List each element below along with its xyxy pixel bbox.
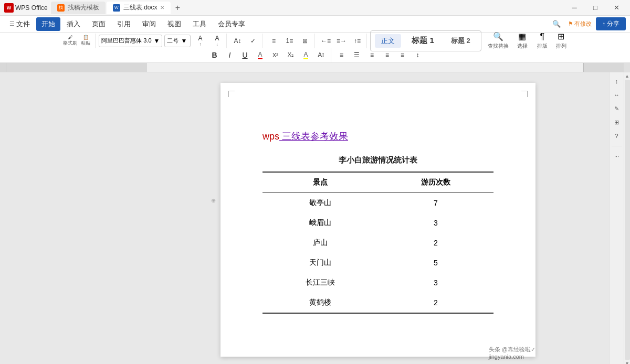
share-icon: ↑ xyxy=(602,20,605,28)
heading-wps-text: wps xyxy=(262,131,279,142)
style-title2-button[interactable]: 标题 2 xyxy=(445,34,477,48)
content-area[interactable]: ⊕ wps 三线表参考效果 李小白旅游情况统计表 景点 游历次数 xyxy=(147,72,609,364)
find-replace-button[interactable]: 🔍 查找替换 xyxy=(485,30,512,51)
close-button[interactable]: ✕ xyxy=(607,1,626,15)
paste-button[interactable]: 📋 粘贴 xyxy=(78,34,93,48)
modify-badge[interactable]: ⚑ 有修改 xyxy=(568,20,592,28)
right-tool-comment[interactable]: ✎ xyxy=(611,103,623,114)
menu-page[interactable]: 页面 xyxy=(87,17,111,31)
col-header-count: 游历次数 xyxy=(378,172,494,193)
place-2: 峨眉山 xyxy=(262,213,378,233)
menu-file-icon: ☰ xyxy=(9,20,15,27)
scroll-up-button[interactable]: ▲ xyxy=(625,73,630,79)
menu-insert[interactable]: 插入 xyxy=(61,17,86,31)
align-right-button[interactable]: ≡ xyxy=(365,48,380,62)
style-normal-button[interactable]: 正文 xyxy=(375,34,401,48)
right-actions: ⚑ 有修改 ↑ 分享 xyxy=(568,17,626,30)
page-corner-tr xyxy=(521,91,528,97)
menu-ref[interactable]: 引用 xyxy=(112,17,136,31)
decrease-font-button[interactable]: A↓ xyxy=(209,34,224,48)
title-bar: W WPS Office 找 找稿壳模板 W 三线表.docx ✕ + ─ □ … xyxy=(0,0,630,16)
menu-member[interactable]: 会员专享 xyxy=(213,17,250,31)
minimize-button[interactable]: ─ xyxy=(565,1,584,15)
tab-doc-icon: W xyxy=(113,4,120,12)
move-handle[interactable]: ⊕ xyxy=(211,197,216,204)
select-button[interactable]: ▦ 选择 xyxy=(514,30,531,51)
spell-button[interactable]: ✓ xyxy=(246,34,260,48)
italic-button[interactable]: I xyxy=(223,48,237,62)
scroll-thumb[interactable] xyxy=(625,80,630,360)
place-6: 黄鹤楼 xyxy=(262,293,378,313)
doc-heading-link[interactable]: wps 三线表参考效果 xyxy=(262,130,494,143)
right-tool-resize-h[interactable]: ↔ xyxy=(611,89,623,101)
unordered-list-button[interactable]: ≡ xyxy=(266,34,281,48)
table-row: 天门山 5 xyxy=(262,253,494,273)
vertical-scrollbar[interactable]: ▲ ▼ xyxy=(624,72,630,364)
menu-tools[interactable]: 工具 xyxy=(187,17,212,31)
justify-button[interactable]: ≡ xyxy=(380,48,395,62)
right-tool-more[interactable]: ··· xyxy=(611,151,623,162)
menu-search-icon[interactable]: 🔍 xyxy=(550,18,563,30)
distributed-button[interactable]: ≡ xyxy=(395,48,410,62)
outline-button[interactable]: ⊞ xyxy=(298,34,312,48)
share-button[interactable]: ↑ 分享 xyxy=(596,17,626,30)
font-size-chevron: ▼ xyxy=(181,37,187,45)
menu-member-label: 会员专享 xyxy=(218,19,245,29)
decrease-indent-button[interactable]: ←≡ xyxy=(318,34,333,48)
right-tool-resize-v[interactable]: ↕ xyxy=(611,76,623,87)
select-icon: ▦ xyxy=(518,31,526,41)
text-border-button[interactable]: A⃞ xyxy=(314,48,329,62)
line-spacing-button[interactable]: ↕ xyxy=(411,48,425,62)
modify-label: 有修改 xyxy=(574,20,592,28)
tab-doc-label: 三线表.docx xyxy=(123,3,158,12)
table-row: 敬亭山 7 xyxy=(262,193,494,213)
table-row: 峨眉山 3 xyxy=(262,213,494,233)
table-header-row: 景点 游历次数 xyxy=(262,172,494,193)
font-size-selector[interactable]: 二号 ▼ xyxy=(164,35,191,47)
highlight-button[interactable]: A xyxy=(299,48,313,62)
toolbar-para-group: ←≡ ≡→ ↑≡ xyxy=(316,34,367,48)
table-foot xyxy=(262,313,494,314)
place-5: 长江三峡 xyxy=(262,273,378,293)
style-title1-button[interactable]: 标题 1 xyxy=(405,34,440,48)
col-header-place: 景点 xyxy=(262,172,378,193)
page-corner-tl xyxy=(228,91,235,97)
sort-list-button[interactable]: ↑≡ xyxy=(350,34,364,48)
menu-review[interactable]: 审阅 xyxy=(137,17,161,31)
subscript-button[interactable]: X₂ xyxy=(284,48,298,62)
count-2: 3 xyxy=(378,213,494,233)
new-tab-button[interactable]: + xyxy=(172,2,183,14)
document-page: ⊕ wps 三线表参考效果 李小白旅游情况统计表 景点 游历次数 xyxy=(220,83,536,357)
right-tool-grid[interactable]: ⊞ xyxy=(611,116,623,128)
arrange-button[interactable]: ¶ 排版 xyxy=(534,31,551,51)
superscript-button[interactable]: X² xyxy=(268,48,283,62)
text-format-button[interactable]: A↕ xyxy=(230,34,245,48)
increase-font-button[interactable]: A↑ xyxy=(193,34,207,48)
sort-button[interactable]: ⊞ 排列 xyxy=(553,30,570,51)
scroll-down-button[interactable]: ▼ xyxy=(625,361,630,364)
right-tool-help[interactable]: ? xyxy=(611,130,623,142)
ordered-list-button[interactable]: 1≡ xyxy=(282,34,297,48)
toolbar-format-group: A↕ ✓ xyxy=(228,34,263,48)
increase-indent-button[interactable]: ≡→ xyxy=(334,34,349,48)
align-left-button[interactable]: ≡ xyxy=(334,48,349,62)
menu-home[interactable]: 开始 xyxy=(36,17,60,31)
count-4: 5 xyxy=(378,253,494,273)
font-name-selector[interactable]: 阿里巴巴普惠体 3.0 ▼ xyxy=(99,35,162,47)
tab-close-icon[interactable]: ✕ xyxy=(160,5,164,10)
format-painter-button[interactable]: 🖌 格式刷 xyxy=(62,34,77,48)
toolbar-clipboard-group: 🖌 格式刷 📋 粘贴 xyxy=(60,34,96,48)
title-bar-left: W WPS Office 找 找稿壳模板 W 三线表.docx ✕ + xyxy=(4,2,562,14)
tab-doc[interactable]: W 三线表.docx ✕ xyxy=(107,2,171,14)
menu-file[interactable]: ☰ 文件 xyxy=(4,17,35,31)
font-color-button[interactable]: A xyxy=(253,48,268,62)
align-center-button[interactable]: ☰ xyxy=(350,48,364,62)
bold-button[interactable]: B xyxy=(207,48,222,62)
ruler-scrollbar-placeholder xyxy=(624,63,630,72)
menu-view[interactable]: 视图 xyxy=(162,17,186,31)
tab-template[interactable]: 找 找稿壳模板 xyxy=(51,2,106,14)
maximize-button[interactable]: □ xyxy=(586,1,605,15)
window-controls: ─ □ ✕ xyxy=(565,1,626,15)
underline-button[interactable]: U xyxy=(238,48,253,62)
ruler-content: 1 5 10 15 20 25 30 xyxy=(147,63,583,72)
